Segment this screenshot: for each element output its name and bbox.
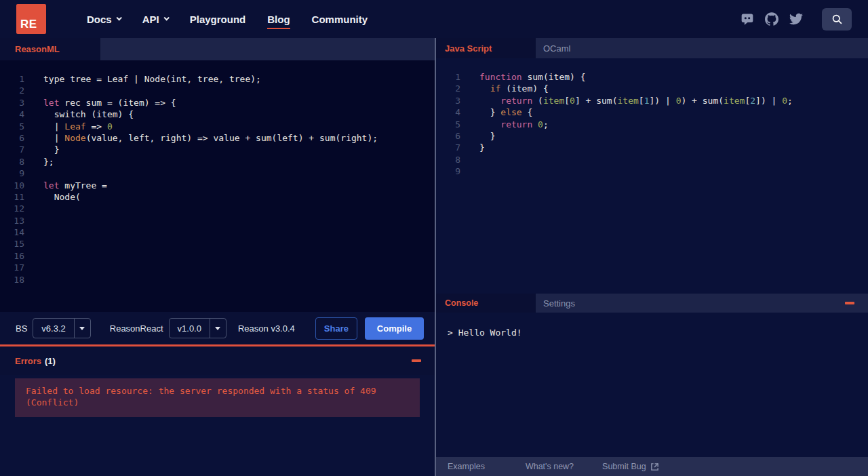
code-line: 6 | Node(value, left, right) => value + … <box>0 132 435 144</box>
code-line: 8}; <box>0 156 435 167</box>
errors-count: (1) <box>45 356 56 366</box>
right-panel: Java Script OCaml 1function sum(item) {2… <box>436 38 868 476</box>
code-line: 1function sum(item) { <box>436 71 868 83</box>
errors-title: Errors <box>15 356 41 366</box>
left-tabbar: ReasonML <box>0 38 435 60</box>
code-line: 13 <box>0 215 435 226</box>
code-line: 2 <box>0 85 435 96</box>
code-line: 4 switch (item) { <box>0 108 435 120</box>
search-button[interactable] <box>822 8 852 31</box>
code-line: 9 <box>436 165 868 177</box>
navbar: RE Docs API Playground Blog Community <box>0 0 868 38</box>
code-line: 5 return 0; <box>436 119 868 130</box>
code-line: 11 Node( <box>0 191 435 203</box>
code-line: 10let myTree = <box>0 180 435 191</box>
tab-javascript[interactable]: Java Script <box>436 38 536 58</box>
code-line: 16 <box>0 250 435 262</box>
reasonml-logo[interactable]: RE <box>16 4 46 34</box>
main-nav: Docs API Playground Blog Community <box>87 9 368 29</box>
nav-item-api[interactable]: API <box>142 9 168 29</box>
whats-new-link[interactable]: What's new? <box>526 462 574 471</box>
code-line: 14 <box>0 226 435 238</box>
bs-label: BS <box>16 323 27 334</box>
dropdown-arrow-icon <box>74 319 90 338</box>
left-panel: ReasonML 1type tree = Leaf | Node(int, t… <box>0 38 435 476</box>
tab-reasonml[interactable]: ReasonML <box>0 38 100 60</box>
code-line: 3let rec sum = (item) => { <box>0 97 435 108</box>
nav-item-community[interactable]: Community <box>312 9 368 29</box>
right-tabbar: Java Script OCaml <box>436 38 868 58</box>
nav-item-blog[interactable]: Blog <box>267 9 290 29</box>
nav-item-docs[interactable]: Docs <box>87 9 121 29</box>
code-line: 6 } <box>436 130 868 142</box>
errors-header: Errors (1) <box>0 346 435 375</box>
errors-body: Failed to load resource: the server resp… <box>0 375 435 476</box>
reason-code: 1type tree = Leaf | Node(int, tree, tree… <box>0 73 435 285</box>
code-line: 8 <box>436 154 868 165</box>
console-line: > Hello World! <box>448 328 522 338</box>
compile-button[interactable]: Compile <box>365 317 424 340</box>
code-line: 7} <box>436 142 868 153</box>
navbar-right <box>741 8 852 31</box>
submit-bug-link[interactable]: Submit Bug <box>602 462 659 471</box>
playground-footer: Examples What's new? Submit Bug <box>436 457 868 476</box>
code-line: 15 <box>0 238 435 250</box>
tab-console[interactable]: Console <box>436 294 536 313</box>
reason-version-text: Reason v3.0.4 <box>238 323 295 334</box>
github-icon[interactable] <box>765 12 778 26</box>
console-tabbar: Console Settings <box>436 294 868 313</box>
console-output: > Hello World! <box>436 313 868 457</box>
dropdown-arrow-icon <box>210 319 226 338</box>
js-code: 1function sum(item) {2 if (item) {3 retu… <box>436 71 868 178</box>
search-icon <box>831 14 843 25</box>
reasonreact-version-dropdown[interactable]: v1.0.0 <box>169 318 226 338</box>
js-editor[interactable]: 1function sum(item) {2 if (item) {3 retu… <box>436 58 868 294</box>
code-line: 18 <box>0 274 435 285</box>
nav-item-playground[interactable]: Playground <box>190 9 246 29</box>
external-link-icon <box>650 462 659 471</box>
logo-text: RE <box>20 18 37 31</box>
twitter-icon[interactable] <box>789 12 803 26</box>
tab-settings[interactable]: Settings <box>536 294 575 313</box>
code-line: 4 } else { <box>436 106 868 118</box>
code-line: 9 <box>0 167 435 179</box>
editor-toolbar: BS v6.3.2 ReasonReact v1.0.0 Reason v3.0… <box>0 312 435 344</box>
main-split: ReasonML 1type tree = Leaf | Node(int, t… <box>0 38 868 476</box>
reasonreact-version-value: v1.0.0 <box>170 323 210 334</box>
collapse-console-icon[interactable] <box>845 302 854 304</box>
tab-ocaml[interactable]: OCaml <box>536 38 570 58</box>
discord-icon[interactable] <box>741 12 754 26</box>
bs-version-dropdown[interactable]: v6.3.2 <box>33 318 90 338</box>
share-button[interactable]: Share <box>315 317 357 340</box>
chevron-down-icon <box>116 15 121 20</box>
bs-version-value: v6.3.2 <box>33 323 73 334</box>
reasonreact-label: ReasonReact <box>110 323 163 334</box>
code-line: 12 <box>0 203 435 214</box>
collapse-errors-icon[interactable] <box>412 359 421 362</box>
reason-editor[interactable]: 1type tree = Leaf | Node(int, tree, tree… <box>0 60 435 312</box>
code-line: 17 <box>0 262 435 273</box>
code-line: 1type tree = Leaf | Node(int, tree, tree… <box>0 73 435 85</box>
code-line: 3 return (item[0] + sum(item[1]) | 0) + … <box>436 95 868 106</box>
code-line: 2 if (item) { <box>436 83 868 94</box>
code-line: 7 } <box>0 144 435 155</box>
chevron-down-icon <box>163 15 169 20</box>
error-message: Failed to load resource: the server resp… <box>15 378 420 417</box>
code-line: 5 | Leaf => 0 <box>0 121 435 132</box>
examples-link[interactable]: Examples <box>448 462 485 471</box>
